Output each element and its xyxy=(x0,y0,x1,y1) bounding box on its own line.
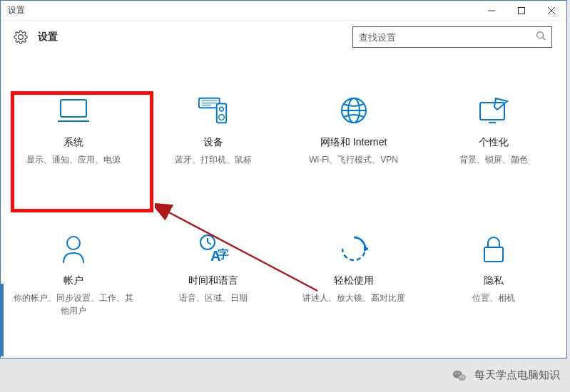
tile-title: 个性化 xyxy=(479,136,509,149)
tile-desc: Wi-Fi、飞行模式、VPN xyxy=(309,153,398,166)
globe-icon xyxy=(338,95,370,126)
tile-title: 设备 xyxy=(203,136,223,149)
tile-accessibility[interactable]: 轻松使用 讲述人、放大镜、高对比度 xyxy=(284,227,424,323)
tile-time-language[interactable]: A字 时间和语言 语音、区域、日期 xyxy=(143,227,283,323)
tile-network[interactable]: 网络和 Internet Wi-Fi、飞行模式、VPN xyxy=(284,89,424,172)
personalization-icon xyxy=(478,95,509,126)
maximize-icon xyxy=(518,7,525,14)
tile-privacy[interactable]: 隐私 位置、相机 xyxy=(424,227,564,323)
maximize-button[interactable] xyxy=(507,1,536,21)
svg-point-31 xyxy=(458,374,466,381)
left-accent-bar xyxy=(0,284,4,356)
tile-desc: 背景、锁屏、颜色 xyxy=(459,153,528,166)
svg-rect-1 xyxy=(519,7,525,14)
system-icon xyxy=(58,95,89,126)
search-icon xyxy=(536,31,546,43)
tile-desc: 显示、通知、应用、电源 xyxy=(26,153,121,166)
svg-line-23 xyxy=(208,242,211,244)
tile-system[interactable]: 系统 显示、通知、应用、电源 xyxy=(4,89,143,172)
svg-point-32 xyxy=(455,372,457,373)
header: 设置 xyxy=(1,21,566,53)
tile-accounts[interactable]: 帐户 你的帐户、同步设置、工作、其他用户 xyxy=(4,227,143,323)
footer-text: 每天学点电脑知识 xyxy=(474,368,560,382)
svg-line-5 xyxy=(543,38,546,41)
close-icon xyxy=(548,7,555,14)
svg-rect-18 xyxy=(480,103,504,120)
wechat-icon xyxy=(452,368,467,383)
minimize-button[interactable] xyxy=(477,1,507,21)
svg-text:字: 字 xyxy=(218,247,229,260)
close-button[interactable] xyxy=(536,1,566,21)
search-input[interactable] xyxy=(359,32,536,43)
window-title: 设置 xyxy=(1,4,477,16)
tile-title: 帐户 xyxy=(63,274,83,287)
tile-desc: 蓝牙、打印机、鼠标 xyxy=(175,153,252,166)
minimize-icon xyxy=(488,7,495,14)
tile-desc: 讲述人、放大镜、高对比度 xyxy=(302,292,405,304)
settings-window: 设置 设置 系统 显示、通知、应用、电源 xyxy=(0,0,567,359)
svg-rect-6 xyxy=(61,100,86,117)
gear-icon xyxy=(14,30,28,44)
tile-personalization[interactable]: 个性化 背景、锁屏、颜色 xyxy=(424,89,564,172)
tile-title: 隐私 xyxy=(484,274,504,287)
settings-grid: 系统 显示、通知、应用、电源 设备 蓝牙、打印机、鼠标 网络和 Internet… xyxy=(1,53,566,323)
tile-desc: 语音、区域、日期 xyxy=(179,292,248,304)
tile-desc: 位置、相机 xyxy=(472,292,515,304)
footer: 每天学点电脑知识 xyxy=(0,359,570,392)
devices-icon xyxy=(198,95,229,126)
page-title: 设置 xyxy=(38,31,352,43)
tile-devices[interactable]: 设备 蓝牙、打印机、鼠标 xyxy=(143,89,283,172)
accessibility-icon xyxy=(338,233,370,264)
accounts-icon xyxy=(58,233,89,264)
svg-rect-27 xyxy=(484,247,503,262)
tile-title: 轻松使用 xyxy=(334,274,374,287)
svg-point-33 xyxy=(458,372,459,373)
time-language-icon: A字 xyxy=(198,233,229,264)
tile-desc: 你的帐户、同步设置、工作、其他用户 xyxy=(13,292,134,317)
svg-point-34 xyxy=(460,376,461,377)
tile-title: 时间和语言 xyxy=(188,274,238,287)
svg-point-20 xyxy=(67,237,80,249)
search-box[interactable] xyxy=(352,26,552,48)
tile-title: 网络和 Internet xyxy=(320,136,387,149)
svg-point-35 xyxy=(463,376,464,377)
tile-title: 系统 xyxy=(63,136,83,149)
lock-icon xyxy=(478,233,509,264)
titlebar: 设置 xyxy=(1,1,566,21)
svg-point-4 xyxy=(537,32,544,38)
